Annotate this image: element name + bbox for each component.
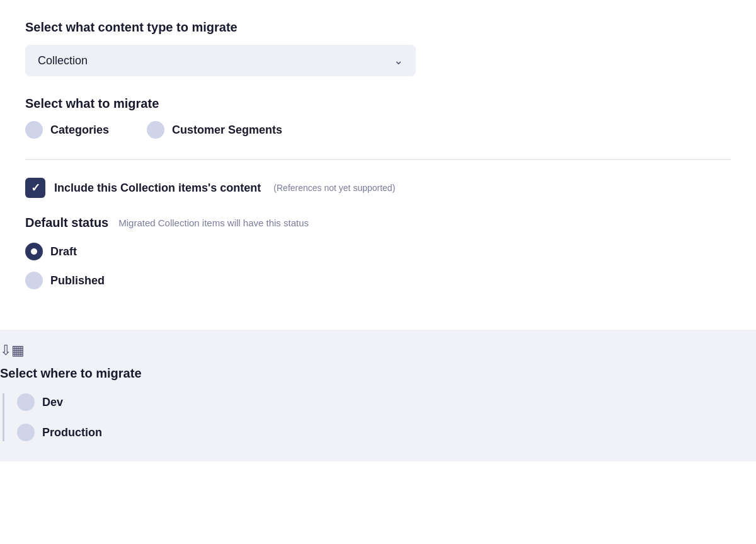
- what-to-migrate-title: Select what to migrate: [25, 96, 731, 111]
- default-status-section: Default status Migrated Collection items…: [25, 216, 731, 289]
- radio-published[interactable]: [25, 272, 43, 289]
- radio-dev[interactable]: [17, 393, 35, 411]
- option-customer-segments[interactable]: Customer Segments: [147, 121, 282, 139]
- where-to-migrate-section: ⇩​▦ Select where to migrate Dev Producti…: [0, 330, 756, 461]
- label-published: Published: [50, 274, 105, 287]
- where-options-group: Dev Production: [3, 393, 756, 441]
- default-status-title: Default status: [25, 216, 108, 230]
- section-divider-1: [25, 159, 731, 160]
- content-type-section: Select what content type to migrate Coll…: [25, 20, 731, 76]
- checkmark-icon: ✓: [31, 182, 40, 194]
- content-type-dropdown[interactable]: Collection ⌄: [25, 45, 416, 76]
- migrate-icon-row: ⇩​▦: [0, 340, 756, 359]
- migrate-down-icon: ⇩​▦: [0, 342, 25, 359]
- what-to-migrate-section: Select what to migrate Categories Custom…: [25, 96, 731, 139]
- option-production[interactable]: Production: [17, 424, 756, 441]
- chevron-down-icon: ⌄: [394, 54, 403, 67]
- label-customer-segments: Customer Segments: [172, 124, 282, 137]
- label-dev: Dev: [42, 396, 63, 409]
- radio-draft[interactable]: [25, 243, 43, 260]
- radio-customer-segments[interactable]: [147, 121, 164, 139]
- label-production: Production: [42, 426, 102, 439]
- default-status-note: Migrated Collection items will have this…: [118, 217, 309, 228]
- radio-production[interactable]: [17, 424, 35, 441]
- dropdown-selected-value: Collection: [38, 54, 88, 67]
- status-header-row: Default status Migrated Collection items…: [25, 216, 731, 230]
- migrate-options-group: Categories Customer Segments: [25, 121, 731, 139]
- option-dev[interactable]: Dev: [17, 393, 756, 411]
- label-draft: Draft: [50, 245, 77, 258]
- option-draft[interactable]: Draft: [25, 243, 731, 260]
- include-collection-label: Include this Collection items's content: [54, 182, 261, 195]
- option-categories[interactable]: Categories: [25, 121, 109, 139]
- include-collection-row: ✓ Include this Collection items's conten…: [25, 178, 731, 198]
- option-published[interactable]: Published: [25, 272, 731, 289]
- where-to-migrate-title: Select where to migrate: [0, 366, 756, 381]
- include-collection-checkbox[interactable]: ✓: [25, 178, 45, 198]
- label-categories: Categories: [50, 124, 109, 137]
- main-container: Select what content type to migrate Coll…: [0, 0, 756, 330]
- include-collection-note: (References not yet supported): [273, 183, 395, 193]
- radio-categories[interactable]: [25, 121, 43, 139]
- status-options-group: Draft Published: [25, 243, 731, 289]
- content-type-title: Select what content type to migrate: [25, 20, 731, 35]
